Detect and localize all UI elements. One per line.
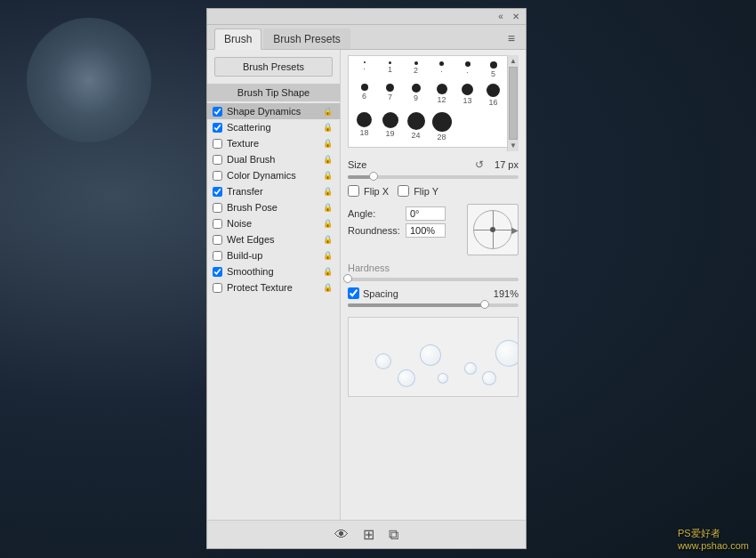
noise-lock: 🔒 — [323, 219, 333, 228]
transfer-checkbox[interactable] — [213, 187, 222, 197]
scroll-down-icon[interactable]: ▼ — [510, 142, 517, 150]
scattering-label: Scattering — [227, 122, 271, 133]
brush-item[interactable]: 1 — [378, 60, 402, 80]
flip-x-label: Flip X — [364, 186, 389, 197]
roundness-row: Roundness: — [348, 223, 467, 238]
brush-grid-scrollbar[interactable]: ▲ ▼ — [507, 55, 519, 151]
roundness-input[interactable] — [406, 223, 446, 238]
protect-texture-label: Protect Texture — [227, 282, 293, 293]
scroll-up-icon[interactable]: ▲ — [510, 57, 517, 65]
brush-item[interactable]: 5 — [481, 60, 505, 80]
buildup-checkbox[interactable] — [213, 251, 222, 261]
flip-row: Flip X Flip Y — [348, 185, 519, 197]
list-item-buildup[interactable]: Build-up 🔒 — [207, 247, 340, 263]
grid-icon[interactable]: ⊞ — [363, 526, 374, 543]
preview-bubble — [420, 344, 441, 366]
flip-x-checkbox[interactable] — [348, 185, 359, 197]
brush-item[interactable]: · — [455, 60, 479, 80]
brush-item[interactable]: 9 — [404, 82, 428, 109]
color-dynamics-checkbox[interactable] — [213, 171, 222, 181]
roundness-label: Roundness: — [348, 225, 406, 236]
brush-item[interactable]: 24 — [404, 110, 428, 143]
list-item-transfer[interactable]: Transfer 🔒 — [207, 183, 340, 199]
list-item-texture[interactable]: Texture 🔒 — [207, 135, 340, 151]
brush-item[interactable]: 2 — [404, 60, 428, 80]
shape-dynamics-lock: 🔒 — [323, 107, 333, 116]
angle-diagram[interactable]: ▶ — [467, 204, 519, 255]
list-item-wet-edges[interactable]: Wet Edges 🔒 — [207, 231, 340, 247]
wet-edges-label: Wet Edges — [227, 234, 275, 245]
brush-item[interactable]: 7 — [378, 82, 402, 109]
close-button[interactable]: ✕ — [510, 11, 522, 23]
spacing-value: 191% — [494, 288, 519, 299]
list-item-brush-pose[interactable]: Brush Pose 🔒 — [207, 199, 340, 215]
brush-pose-checkbox[interactable] — [213, 203, 222, 213]
tab-brush-presets[interactable]: Brush Presets — [263, 28, 350, 49]
brush-item[interactable]: 6 — [352, 82, 376, 109]
fields-angle-container: Angle: Roundness: ▶ — [348, 204, 519, 255]
collapse-button[interactable]: « — [495, 11, 507, 23]
angle-input[interactable] — [406, 206, 446, 221]
noise-checkbox[interactable] — [213, 219, 222, 229]
list-item-protect-texture[interactable]: Protect Texture 🔒 — [207, 279, 340, 295]
buildup-lock: 🔒 — [323, 251, 333, 260]
scattering-checkbox[interactable] — [213, 123, 222, 133]
brush-item[interactable]: 12 — [430, 82, 454, 109]
panel-titlebar: « ✕ — [207, 9, 526, 25]
dual-brush-checkbox[interactable] — [213, 155, 222, 165]
list-item-smoothing[interactable]: Smoothing 🔒 — [207, 263, 340, 279]
brush-pose-lock: 🔒 — [323, 203, 333, 212]
texture-lock: 🔒 — [323, 139, 333, 148]
brush-presets-button[interactable]: Brush Presets — [214, 57, 333, 77]
list-item-dual-brush[interactable]: Dual Brush 🔒 — [207, 151, 340, 167]
shape-dynamics-label: Shape Dynamics — [227, 106, 301, 117]
flip-y-checkbox[interactable] — [398, 185, 409, 197]
brush-item[interactable]: 13 — [455, 82, 479, 109]
spacing-slider[interactable] — [348, 303, 519, 307]
list-item-shape-dynamics[interactable]: Shape Dynamics 🔒 — [207, 103, 340, 119]
preview-bubble — [482, 371, 496, 385]
brush-item[interactable]: 18 — [352, 110, 376, 143]
preview-bubble — [464, 362, 477, 375]
brush-preview-area — [348, 317, 519, 397]
preview-bubble — [398, 369, 415, 387]
hardness-slider[interactable] — [348, 278, 519, 281]
spacing-row: Spacing 191% — [348, 287, 519, 299]
brush-item[interactable]: 16 — [481, 82, 505, 109]
brush-item[interactable]: 28 — [430, 110, 454, 143]
brush-item[interactable]: · — [430, 60, 454, 80]
scroll-thumb[interactable] — [509, 67, 518, 140]
transfer-lock: 🔒 — [323, 187, 333, 196]
tab-brush[interactable]: Brush — [214, 28, 261, 50]
smoothing-checkbox[interactable] — [213, 267, 222, 277]
size-slider[interactable] — [348, 175, 519, 179]
preview-bubble — [438, 373, 448, 384]
brush-options-list: Shape Dynamics 🔒 Scattering 🔒 Texture 🔒 — [207, 103, 340, 516]
smoothing-label: Smoothing — [227, 266, 274, 277]
list-item-scattering[interactable]: Scattering 🔒 — [207, 119, 340, 135]
watermark-line2: www.pshao.com — [678, 540, 749, 551]
bottom-toolbar: 👁 ⊞ ⧉ — [207, 520, 526, 548]
buildup-label: Build-up — [227, 250, 262, 261]
angle-arrow-icon: ▶ — [511, 225, 519, 235]
size-row: Size ↺ 17 px — [348, 158, 519, 171]
angle-row: Angle: — [348, 206, 467, 221]
angle-circle — [473, 210, 512, 249]
color-dynamics-label: Color Dynamics — [227, 170, 296, 181]
brush-item[interactable]: 19 — [378, 110, 402, 143]
duplicate-icon[interactable]: ⧉ — [389, 527, 398, 543]
color-dynamics-lock: 🔒 — [323, 171, 333, 180]
list-item-color-dynamics[interactable]: Color Dynamics 🔒 — [207, 167, 340, 183]
protect-texture-lock: 🔒 — [323, 283, 333, 292]
texture-checkbox[interactable] — [213, 139, 222, 149]
size-label: Size — [348, 159, 401, 170]
protect-texture-checkbox[interactable] — [213, 283, 222, 293]
eye-icon[interactable]: 👁 — [334, 527, 349, 543]
panel-menu-icon[interactable]: ≡ — [504, 28, 519, 49]
list-item-noise[interactable]: Noise 🔒 — [207, 215, 340, 231]
size-reset-button[interactable]: ↺ — [475, 158, 484, 171]
spacing-checkbox[interactable] — [348, 287, 359, 299]
brush-item[interactable]: · — [352, 60, 376, 80]
wet-edges-checkbox[interactable] — [213, 235, 222, 245]
shape-dynamics-checkbox[interactable] — [213, 107, 222, 117]
